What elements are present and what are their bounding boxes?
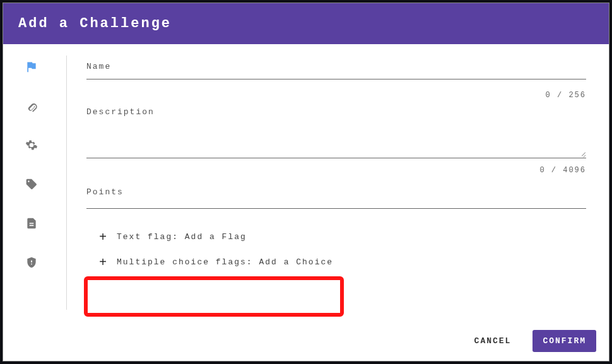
shield-icon (25, 256, 38, 272)
name-field: Name (86, 62, 586, 83)
doc-icon (25, 217, 38, 233)
add-text-flag-row[interactable]: + Text flag: Add a Flag (95, 224, 586, 249)
sidebar-item-attach[interactable] (25, 101, 38, 114)
tag-icon (25, 178, 38, 194)
add-choice-flag-row[interactable]: + Multiple choice flags: Add a Choice (95, 249, 586, 274)
sidebar-item-security[interactable] (25, 257, 38, 270)
plus-icon: + (98, 230, 109, 243)
sidebar-item-doc[interactable] (25, 218, 38, 231)
plus-icon: + (98, 255, 109, 268)
points-field: Points (86, 187, 586, 213)
description-counter: 0 / 4096 (86, 166, 586, 175)
points-label: Points (86, 187, 586, 197)
add-choice-flag-label: Multiple choice flags: Add a Choice (117, 257, 333, 267)
add-challenge-dialog: Add a Challenge (3, 3, 609, 361)
confirm-button[interactable]: CONFIRM (533, 330, 596, 352)
dialog-body: Name 0 / 256 Description 0 / 4096 Points… (3, 44, 609, 321)
sidebar-item-tags[interactable] (25, 179, 38, 192)
dialog-footer: CANCEL CONFIRM (3, 321, 609, 361)
challenge-form: Name 0 / 256 Description 0 / 4096 Points… (60, 44, 609, 321)
name-label: Name (86, 62, 586, 71)
sidebar (3, 44, 60, 321)
description-field: Description (86, 107, 586, 158)
dialog-title: Add a Challenge (3, 3, 609, 44)
sidebar-item-settings[interactable] (25, 140, 38, 153)
attach-icon (25, 100, 38, 115)
name-input[interactable] (86, 78, 586, 79)
description-label: Description (86, 107, 586, 117)
sidebar-item-flag[interactable] (25, 62, 38, 74)
description-input[interactable] (86, 119, 586, 158)
vertical-divider (66, 56, 67, 310)
gear-icon (25, 139, 38, 155)
flag-rows: + Text flag: Add a Flag + Multiple choic… (86, 224, 586, 274)
cancel-button[interactable]: CANCEL (464, 330, 522, 352)
name-counter: 0 / 256 (86, 91, 586, 100)
add-text-flag-label: Text flag: Add a Flag (117, 232, 247, 242)
flag-icon (25, 61, 38, 76)
points-input[interactable] (86, 208, 586, 209)
